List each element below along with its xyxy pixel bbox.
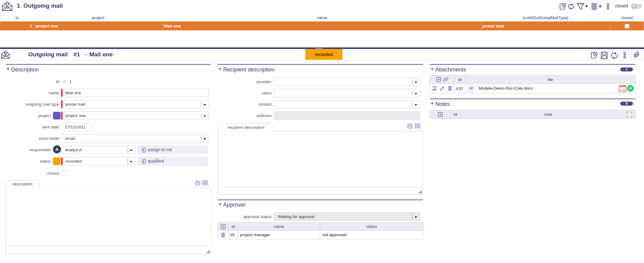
svg-text:17/12: 17/12 xyxy=(619,88,626,91)
